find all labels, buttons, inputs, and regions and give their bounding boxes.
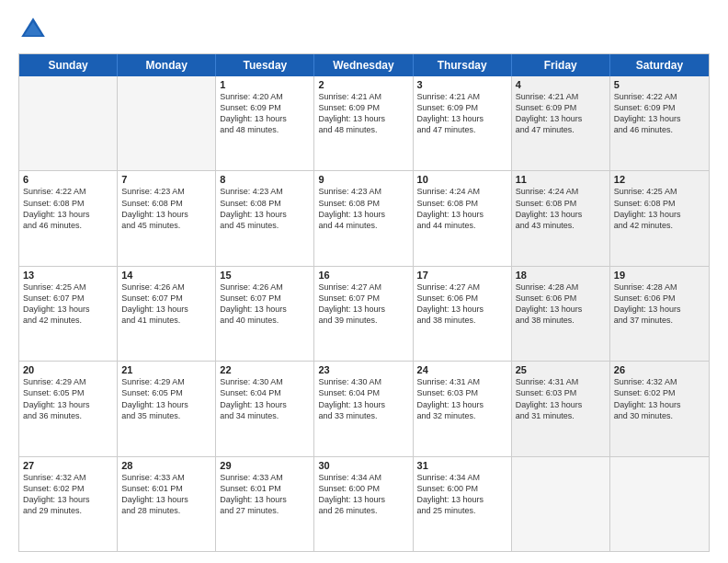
calendar-cell: 24Sunrise: 4:31 AMSunset: 6:03 PMDayligh… bbox=[414, 362, 512, 455]
cell-info: Sunrise: 4:29 AMSunset: 6:05 PMDaylight:… bbox=[121, 376, 211, 421]
calendar-cell: 3Sunrise: 4:21 AMSunset: 6:09 PMDaylight… bbox=[414, 76, 512, 170]
cell-info: Sunrise: 4:30 AMSunset: 6:04 PMDaylight:… bbox=[318, 376, 408, 421]
header-saturday: Saturday bbox=[610, 54, 709, 76]
header-friday: Friday bbox=[512, 54, 610, 76]
calendar-cell: 30Sunrise: 4:34 AMSunset: 6:00 PMDayligh… bbox=[314, 457, 413, 551]
calendar-row-0: 1Sunrise: 4:20 AMSunset: 6:09 PMDaylight… bbox=[19, 76, 709, 170]
calendar-cell: 26Sunrise: 4:32 AMSunset: 6:02 PMDayligh… bbox=[610, 362, 709, 455]
cell-info: Sunrise: 4:22 AMSunset: 6:09 PMDaylight:… bbox=[614, 91, 705, 136]
calendar-cell bbox=[118, 76, 216, 170]
cell-info: Sunrise: 4:24 AMSunset: 6:08 PMDaylight:… bbox=[516, 186, 606, 231]
day-number: 25 bbox=[516, 364, 606, 375]
day-number: 20 bbox=[23, 364, 113, 375]
day-number: 26 bbox=[614, 364, 705, 375]
calendar-cell: 6Sunrise: 4:22 AMSunset: 6:08 PMDaylight… bbox=[19, 171, 118, 265]
calendar-header: SundayMondayTuesdayWednesdayThursdayFrid… bbox=[19, 54, 709, 76]
cell-info: Sunrise: 4:31 AMSunset: 6:03 PMDaylight:… bbox=[417, 376, 507, 421]
cell-info: Sunrise: 4:20 AMSunset: 6:09 PMDaylight:… bbox=[220, 91, 310, 136]
calendar-cell: 9Sunrise: 4:23 AMSunset: 6:08 PMDaylight… bbox=[314, 171, 413, 265]
header-thursday: Thursday bbox=[414, 54, 512, 76]
day-number: 21 bbox=[121, 364, 211, 375]
calendar-cell: 12Sunrise: 4:25 AMSunset: 6:08 PMDayligh… bbox=[610, 171, 709, 265]
calendar-cell: 7Sunrise: 4:23 AMSunset: 6:08 PMDaylight… bbox=[118, 171, 216, 265]
calendar-row-3: 20Sunrise: 4:29 AMSunset: 6:05 PMDayligh… bbox=[19, 361, 709, 455]
calendar-row-2: 13Sunrise: 4:25 AMSunset: 6:07 PMDayligh… bbox=[19, 266, 709, 361]
cell-info: Sunrise: 4:34 AMSunset: 6:00 PMDaylight:… bbox=[318, 472, 408, 517]
header-wednesday: Wednesday bbox=[314, 54, 413, 76]
cell-info: Sunrise: 4:23 AMSunset: 6:08 PMDaylight:… bbox=[121, 186, 211, 231]
header-monday: Monday bbox=[118, 54, 216, 76]
calendar-cell: 13Sunrise: 4:25 AMSunset: 6:07 PMDayligh… bbox=[19, 267, 118, 361]
cell-info: Sunrise: 4:32 AMSunset: 6:02 PMDaylight:… bbox=[614, 376, 705, 421]
calendar-cell: 1Sunrise: 4:20 AMSunset: 6:09 PMDaylight… bbox=[216, 76, 314, 170]
calendar-cell: 27Sunrise: 4:32 AMSunset: 6:02 PMDayligh… bbox=[19, 457, 118, 551]
cell-info: Sunrise: 4:32 AMSunset: 6:02 PMDaylight:… bbox=[23, 472, 113, 517]
day-number: 14 bbox=[121, 270, 211, 281]
calendar-cell: 8Sunrise: 4:23 AMSunset: 6:08 PMDaylight… bbox=[216, 171, 314, 265]
cell-info: Sunrise: 4:33 AMSunset: 6:01 PMDaylight:… bbox=[121, 472, 211, 517]
cell-info: Sunrise: 4:34 AMSunset: 6:00 PMDaylight:… bbox=[417, 472, 507, 517]
calendar-cell: 16Sunrise: 4:27 AMSunset: 6:07 PMDayligh… bbox=[314, 267, 413, 361]
cell-info: Sunrise: 4:21 AMSunset: 6:09 PMDaylight:… bbox=[417, 91, 507, 136]
calendar-cell: 10Sunrise: 4:24 AMSunset: 6:08 PMDayligh… bbox=[414, 171, 512, 265]
cell-info: Sunrise: 4:31 AMSunset: 6:03 PMDaylight:… bbox=[516, 376, 606, 421]
day-number: 23 bbox=[318, 364, 408, 375]
day-number: 6 bbox=[23, 174, 113, 185]
cell-info: Sunrise: 4:25 AMSunset: 6:08 PMDaylight:… bbox=[614, 186, 705, 231]
calendar-cell bbox=[610, 457, 709, 551]
cell-info: Sunrise: 4:28 AMSunset: 6:06 PMDaylight:… bbox=[516, 282, 606, 327]
calendar-body: 1Sunrise: 4:20 AMSunset: 6:09 PMDaylight… bbox=[19, 76, 709, 551]
day-number: 9 bbox=[318, 174, 408, 185]
day-number: 30 bbox=[318, 460, 408, 471]
calendar-cell bbox=[19, 76, 118, 170]
cell-info: Sunrise: 4:26 AMSunset: 6:07 PMDaylight:… bbox=[220, 282, 310, 327]
calendar-cell: 25Sunrise: 4:31 AMSunset: 6:03 PMDayligh… bbox=[512, 362, 610, 455]
calendar-cell: 23Sunrise: 4:30 AMSunset: 6:04 PMDayligh… bbox=[314, 362, 413, 455]
day-number: 10 bbox=[417, 174, 507, 185]
day-number: 12 bbox=[614, 174, 705, 185]
day-number: 27 bbox=[23, 460, 113, 471]
calendar-cell: 20Sunrise: 4:29 AMSunset: 6:05 PMDayligh… bbox=[19, 362, 118, 455]
day-number: 11 bbox=[516, 174, 606, 185]
day-number: 22 bbox=[220, 364, 310, 375]
day-number: 4 bbox=[516, 79, 606, 90]
calendar-cell: 18Sunrise: 4:28 AMSunset: 6:06 PMDayligh… bbox=[512, 267, 610, 361]
logo-icon bbox=[18, 15, 48, 44]
calendar: SundayMondayTuesdayWednesdayThursdayFrid… bbox=[18, 53, 710, 552]
header-tuesday: Tuesday bbox=[216, 54, 314, 76]
calendar-cell: 28Sunrise: 4:33 AMSunset: 6:01 PMDayligh… bbox=[118, 457, 216, 551]
cell-info: Sunrise: 4:27 AMSunset: 6:07 PMDaylight:… bbox=[318, 282, 408, 327]
cell-info: Sunrise: 4:26 AMSunset: 6:07 PMDaylight:… bbox=[121, 282, 211, 327]
calendar-cell: 4Sunrise: 4:21 AMSunset: 6:09 PMDaylight… bbox=[512, 76, 610, 170]
cell-info: Sunrise: 4:21 AMSunset: 6:09 PMDaylight:… bbox=[318, 91, 408, 136]
cell-info: Sunrise: 4:22 AMSunset: 6:08 PMDaylight:… bbox=[23, 186, 113, 231]
day-number: 3 bbox=[417, 79, 507, 90]
calendar-cell: 11Sunrise: 4:24 AMSunset: 6:08 PMDayligh… bbox=[512, 171, 610, 265]
calendar-cell bbox=[512, 457, 610, 551]
day-number: 28 bbox=[121, 460, 211, 471]
calendar-row-4: 27Sunrise: 4:32 AMSunset: 6:02 PMDayligh… bbox=[19, 456, 709, 551]
cell-info: Sunrise: 4:24 AMSunset: 6:08 PMDaylight:… bbox=[417, 186, 507, 231]
header-sunday: Sunday bbox=[19, 54, 118, 76]
day-number: 7 bbox=[121, 174, 211, 185]
day-number: 16 bbox=[318, 270, 408, 281]
day-number: 15 bbox=[220, 270, 310, 281]
cell-info: Sunrise: 4:29 AMSunset: 6:05 PMDaylight:… bbox=[23, 376, 113, 421]
calendar-cell: 19Sunrise: 4:28 AMSunset: 6:06 PMDayligh… bbox=[610, 267, 709, 361]
calendar-cell: 31Sunrise: 4:34 AMSunset: 6:00 PMDayligh… bbox=[414, 457, 512, 551]
header bbox=[18, 15, 710, 44]
cell-info: Sunrise: 4:23 AMSunset: 6:08 PMDaylight:… bbox=[318, 186, 408, 231]
day-number: 8 bbox=[220, 174, 310, 185]
calendar-cell: 5Sunrise: 4:22 AMSunset: 6:09 PMDaylight… bbox=[610, 76, 709, 170]
day-number: 31 bbox=[417, 460, 507, 471]
day-number: 5 bbox=[614, 79, 705, 90]
calendar-cell: 29Sunrise: 4:33 AMSunset: 6:01 PMDayligh… bbox=[216, 457, 314, 551]
cell-info: Sunrise: 4:28 AMSunset: 6:06 PMDaylight:… bbox=[614, 282, 705, 327]
calendar-cell: 15Sunrise: 4:26 AMSunset: 6:07 PMDayligh… bbox=[216, 267, 314, 361]
cell-info: Sunrise: 4:25 AMSunset: 6:07 PMDaylight:… bbox=[23, 282, 113, 327]
cell-info: Sunrise: 4:30 AMSunset: 6:04 PMDaylight:… bbox=[220, 376, 310, 421]
cell-info: Sunrise: 4:23 AMSunset: 6:08 PMDaylight:… bbox=[220, 186, 310, 231]
cell-info: Sunrise: 4:33 AMSunset: 6:01 PMDaylight:… bbox=[220, 472, 310, 517]
day-number: 13 bbox=[23, 270, 113, 281]
day-number: 29 bbox=[220, 460, 310, 471]
